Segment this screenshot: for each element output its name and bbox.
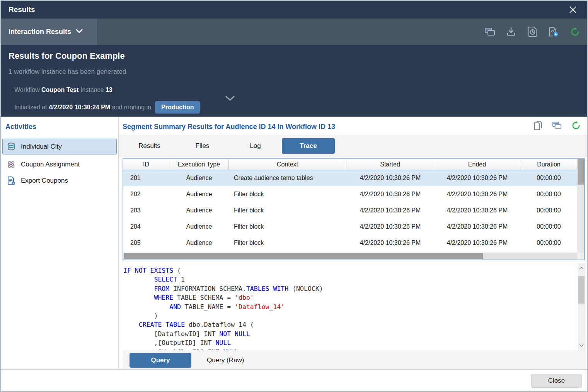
tab-query[interactable]: Query xyxy=(130,353,191,368)
toolbar-icon-group xyxy=(484,19,580,45)
sidebar-item-label: Coupon Assignment xyxy=(21,161,80,168)
cell-context: Filter block xyxy=(229,219,346,235)
cell-duration: 00:00:00 xyxy=(520,170,577,186)
document-download-icon[interactable] xyxy=(548,26,559,37)
export-document-icon xyxy=(7,176,16,185)
view-selector-label: Interaction Results xyxy=(9,28,71,36)
results-title: Results for Coupon Example xyxy=(9,51,125,61)
column-header[interactable]: Context xyxy=(229,159,346,170)
scrollbar-corner xyxy=(577,253,584,260)
column-header[interactable]: Execution Type xyxy=(169,159,229,170)
results-dialog: Results Interaction Results xyxy=(0,0,588,392)
sql-line: AND TABLE_NAME = 'Dataflow_14' xyxy=(123,302,578,311)
sql-line: [DataflowID] INT NOT NULL xyxy=(123,329,578,338)
cell-ended: 4/2/2020 10:30:26 PM xyxy=(434,170,520,186)
cell-duration: 00:00:00 xyxy=(520,219,577,235)
column-header[interactable]: Ended xyxy=(434,159,520,170)
table-row[interactable]: 202AudienceFilter block4/2/2020 10:30:26… xyxy=(123,186,577,202)
table-horizontal-scrollbar[interactable] xyxy=(123,253,577,260)
column-header[interactable]: Duration xyxy=(520,159,577,170)
tab-results[interactable]: Results xyxy=(123,142,176,150)
tab-files[interactable]: Files xyxy=(176,142,229,150)
cell-id: 204 xyxy=(123,219,169,235)
cell-execution_type: Audience xyxy=(169,202,229,219)
initialized-label: Initialized at xyxy=(14,104,47,111)
workflow-name: Coupon Test xyxy=(41,87,79,93)
cell-id: 201 xyxy=(123,170,169,186)
instance-value: 13 xyxy=(106,87,112,93)
scroll-down-icon[interactable] xyxy=(578,342,585,350)
table-row[interactable]: 201AudienceCreate audience temp tables4/… xyxy=(123,170,577,186)
result-tabs: ResultsFilesLogTrace xyxy=(119,135,587,157)
cell-started: 4/2/2020 10:30:26 PM xyxy=(346,235,434,251)
dialog-body: Activities Individual City Coupon Assign… xyxy=(1,117,587,369)
column-header[interactable]: Started xyxy=(346,159,434,170)
sidebar-item-individual-city[interactable]: Individual City xyxy=(2,139,117,154)
running-label: and running in xyxy=(112,104,151,111)
close-icon[interactable] xyxy=(568,5,578,15)
environment-badge[interactable]: Production xyxy=(155,101,200,114)
workflow-line: Workflow Coupon Test Instance 13 xyxy=(14,87,112,93)
close-button[interactable]: Close xyxy=(531,374,582,388)
window-title: Results xyxy=(9,5,35,14)
report-document-icon[interactable] xyxy=(527,26,538,37)
chevron-down-icon xyxy=(76,28,83,35)
sql-line: ,[OutputID] INT NULL xyxy=(123,338,578,347)
cascade-windows-icon[interactable] xyxy=(484,26,495,37)
scroll-up-icon[interactable] xyxy=(578,264,585,272)
trace-table: IDExecution TypeContextStartedEndedDurat… xyxy=(123,158,585,260)
sql-line: ) xyxy=(123,311,578,320)
tab-log[interactable]: Log xyxy=(229,142,282,150)
cell-execution_type: Audience xyxy=(169,186,229,202)
cell-ended: 4/2/2020 10:30:26 PM xyxy=(434,235,520,251)
sql-line: IF NOT EXISTS ( xyxy=(123,266,578,275)
query-tabs: QueryQuery (Raw) xyxy=(123,350,585,370)
sidebar-item-export-coupons[interactable]: Export Coupons xyxy=(2,173,117,188)
title-bar: Results xyxy=(1,1,587,19)
cell-duration: 00:00:00 xyxy=(520,235,577,251)
cell-started: 4/2/2020 10:30:26 PM xyxy=(346,219,434,235)
instance-label: Instance xyxy=(80,87,104,93)
dialog-footer: Close xyxy=(1,369,587,391)
scrollbar-thumb[interactable] xyxy=(578,159,584,185)
cell-execution_type: Audience xyxy=(169,170,229,186)
download-icon[interactable] xyxy=(506,26,516,37)
sidebar-item-label: Individual City xyxy=(21,143,62,151)
results-subtitle: 1 workflow instance has been generated xyxy=(9,68,126,76)
scrollbar-thumb[interactable] xyxy=(124,253,483,259)
table-row[interactable]: 205AudienceFilter block4/2/2020 10:30:26… xyxy=(123,235,577,251)
sql-line: FROM INFORMATION_SCHEMA.TABLES WITH (NOL… xyxy=(123,284,578,293)
table-vertical-scrollbar[interactable] xyxy=(577,159,584,253)
cascade-windows-icon[interactable] xyxy=(552,120,562,131)
cell-context: Filter block xyxy=(229,235,346,251)
interaction-results-dropdown[interactable]: Interaction Results xyxy=(1,19,97,45)
cell-execution_type: Audience xyxy=(169,235,229,251)
cell-started: 4/2/2020 10:30:26 PM xyxy=(346,186,434,202)
database-icon xyxy=(7,142,16,151)
tab-query-raw[interactable]: Query (Raw) xyxy=(199,356,252,364)
table-row[interactable]: 204AudienceFilter block4/2/2020 10:30:26… xyxy=(123,219,577,235)
column-header[interactable]: ID xyxy=(123,159,169,170)
activities-title: Activities xyxy=(5,123,36,131)
cell-context: Filter block xyxy=(229,186,346,202)
code-vertical-scrollbar[interactable] xyxy=(578,263,585,350)
scrollbar-thumb[interactable] xyxy=(578,276,585,304)
results-summary-header: Results for Coupon Example 1 workflow in… xyxy=(1,45,587,117)
refresh-icon[interactable] xyxy=(571,120,581,131)
sql-line: WHERE TABLE_SCHEMA = 'dbo' xyxy=(123,293,578,302)
expand-instance-chevron-down-icon[interactable] xyxy=(225,95,235,103)
cell-duration: 00:00:00 xyxy=(520,202,577,219)
sql-line: CREATE TABLE dbo.Dataflow_14 ( xyxy=(123,320,578,329)
table-row[interactable]: 203AudienceFilter block4/2/2020 10:30:26… xyxy=(123,202,577,219)
copy-icon[interactable] xyxy=(533,120,543,131)
cell-duration: 00:00:00 xyxy=(520,186,577,202)
sql-line: ,[WorkflowID] INT NULL xyxy=(123,348,578,350)
sql-code: IF NOT EXISTS ( SELECT 1 FROM INFORMATIO… xyxy=(123,263,578,350)
refresh-icon[interactable] xyxy=(569,26,580,37)
sidebar-item-coupon-assignment[interactable]: Coupon Assignment xyxy=(2,156,117,172)
tab-trace[interactable]: Trace xyxy=(282,138,335,154)
initialized-line: Initialized at 4/2/2020 10:30:24 PM and … xyxy=(14,101,200,114)
cell-ended: 4/2/2020 10:30:26 PM xyxy=(434,219,520,235)
cell-id: 203 xyxy=(123,202,169,219)
cell-context: Filter block xyxy=(229,202,346,219)
